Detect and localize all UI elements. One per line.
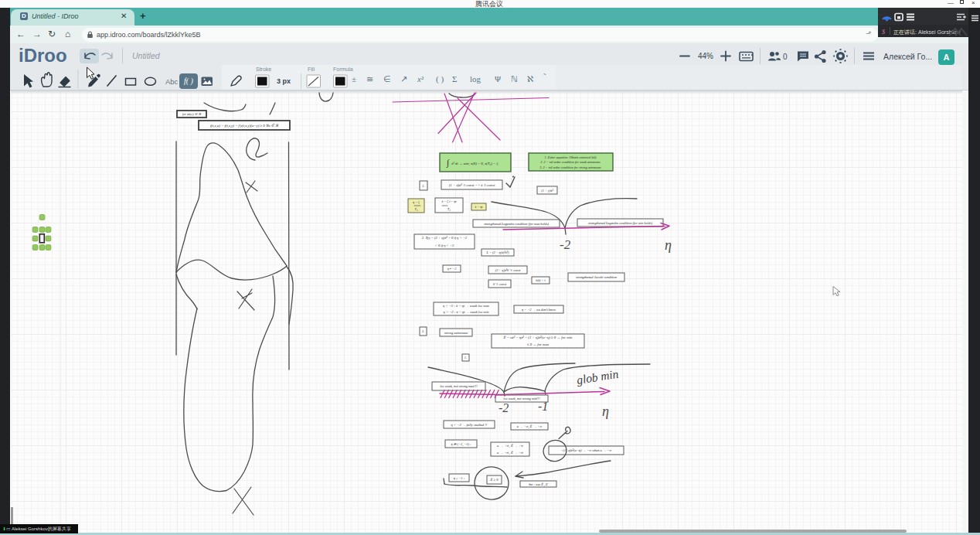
svg-text:x̂ = ηt: x̂ = ηt [474,205,483,209]
svg-text:η = −2 → we don't know: η = −2 → we don't know [522,308,556,312]
svg-text:strengthened Legendre conditio: strengthened Legendre condition (for max… [484,222,550,226]
svg-text:2. Tyy = (2 + η)ẋ² > 0 if η >: 2. Tyy = (2 + η)ẋ² > 0 if η > −2 [422,236,468,240]
svg-text:η > −2 : x̂ = ηt → weak loc mi: η > −2 : x̂ = ηt → weak loc min [443,310,489,314]
svg-text:3. 2 − nd order condition for: 3. 2 − nd order condition for strong ext… [539,165,601,169]
svg-text:η ≥ −1 :: η ≥ −1 : [454,476,465,480]
svg-text:η < −2 : x̂ = ηt → weak loc ma: η < −2 : x̂ = ηt → weak loc max [443,304,489,308]
svg-text:-2: -2 [499,401,509,414]
svg-text:正在讲话:: 正在讲话: [893,29,917,36]
svg-text:1.: 1. [464,356,467,360]
svg-text:−(1+η)ẋ²(u−η) → −∞ when u → −∞: −(1+η)ẋ²(u−η) → −∞ when u → −∞ [561,448,612,452]
svg-text:h(t) = t: h(t) = t [536,278,546,282]
svg-text:for any y ∈ ℝ: for any y ∈ ℝ [182,112,202,116]
svg-text:η: η [602,404,609,419]
svg-text:strong extremum: strong extremum [444,331,468,335]
svg-text:< 0 if η < −2: < 0 if η < −2 [435,244,454,247]
svg-text:(2 + η)ẋ²h′ ≡ const: (2 + η)ẋ²h′ ≡ const [495,268,521,272]
svg-text:glob min: glob min [576,367,620,387]
svg-text:Ê ≥ 0: Ê ≥ 0 [490,478,499,482]
svg-text:strengthened Jacobi condition: strengthened Jacobi condition [576,275,618,279]
svg-text:h′ ≡ const: h′ ≡ const [493,282,507,286]
svg-text:strengthened Legendre conditio: strengthened Legendre condition (for min… [588,221,653,225]
svg-text:η ≠ −2: η ≠ −2 [447,267,458,271]
svg-text:3.: 3. [422,329,424,333]
svg-text:-1: -1 [538,400,548,413]
svg-text:Ê = uẋ² − ηẋ² − (1 + η)ẋ²(u−η): Ê = uẋ² − ηẋ² − (1 + η)ẋ²(u−η) ≥ 0 → for… [503,336,573,339]
svg-text:x̂ = ξ t = ηt: x̂ = ξ t = ηt [441,199,458,203]
svg-text:2. 2 − nd order condition for: 2. 2 − nd order condition for weak extre… [540,160,600,164]
svg-text:T₀: T₀ [447,207,451,211]
svg-text:(1 + y)ẋ²: (1 + y)ẋ² [541,189,553,193]
svg-text:T₀: T₀ [415,207,418,211]
svg-text:L = (2 + η(ẋ)²ẋ²): L = (2 + η(ẋ)²ẋ²) [486,250,509,254]
svg-text:η: η [665,237,672,253]
svg-text:0: 0 [783,53,788,61]
svg-text:(1 + ẋ)ẋ² ≡ const => ẋ ≡ c: (1 + ẋ)ẋ² ≡ const => ẋ ≡ const [449,183,495,187]
svg-text:1.: 1. [422,184,424,188]
svg-text:η = ξ: η = ξ [413,200,420,204]
svg-text:≤ 0 → for max: ≤ 0 → for max [527,342,550,346]
svg-text:η < −2 → fully studied !!: η < −2 → fully studied !! [451,423,488,427]
svg-text:1. Euler equation. Obtain extr: 1. Euler equation. Obtain extremal x̂(t) [544,155,597,159]
svg-text:$: $ [882,29,885,36]
svg-text:-2: -2 [560,237,571,252]
